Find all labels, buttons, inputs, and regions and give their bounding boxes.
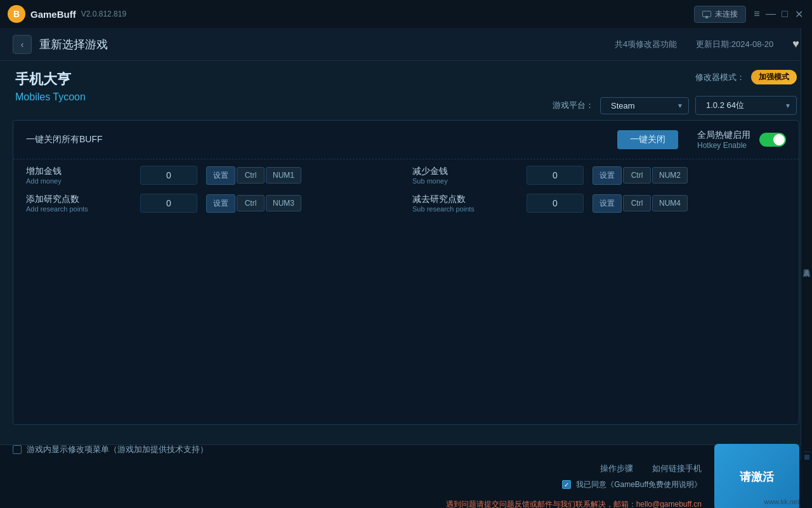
- version-value: 1.0.2 64位: [706, 100, 744, 111]
- support-text: 遇到问题请提交问题反馈或邮件与我们联系解决，邮箱：hello@gamebuff.…: [446, 499, 702, 509]
- app-version: V2.0.812.819: [81, 10, 126, 18]
- bottom-checkbox-row: 游戏内显示修改项菜单（游戏加加提供技术支持）: [13, 444, 702, 455]
- operation-steps-link[interactable]: 操作步骤: [600, 463, 633, 474]
- one-key-close-button[interactable]: 一键关闭: [617, 130, 678, 149]
- connect-label: 未连接: [715, 9, 738, 20]
- add-research-set-button[interactable]: 设置: [206, 194, 235, 213]
- update-date: 更新日期:2024-08-20: [696, 39, 773, 50]
- sub-research-info: 减去研究点数 Sub research points: [412, 194, 527, 213]
- add-money-modifier: 增加金钱 Add money 设置 Ctrl NUM1: [26, 166, 400, 185]
- sub-money-ctrl-key: Ctrl: [623, 167, 651, 184]
- add-money-en: Add money: [26, 177, 140, 185]
- game-title-english: Mobiles Tycoon: [15, 91, 86, 103]
- add-money-hotkey: 设置 Ctrl NUM1: [206, 166, 301, 185]
- sub-money-num-key: NUM2: [652, 167, 688, 184]
- hotkey-section: 全局热键启用 Hotkey Enable: [697, 130, 786, 150]
- window-controls: ≡ — □ ✕: [751, 8, 804, 20]
- menu-button[interactable]: ≡: [751, 8, 763, 20]
- nav-bar: ‹ 重新选择游戏 共4项修改器功能 更新日期:2024-08-20 ♥: [0, 28, 812, 61]
- watermark: www.kk.net: [764, 498, 799, 505]
- hotkey-toggle[interactable]: [759, 133, 786, 147]
- add-money-num-key: NUM1: [266, 167, 301, 184]
- bottom-bar: 游戏内显示修改项菜单（游戏加加提供技术支持） 操作步骤 如何链接手机 我已同意《…: [0, 444, 812, 508]
- maximize-button[interactable]: □: [779, 8, 790, 20]
- platform-value: Steam: [611, 101, 635, 110]
- modifier-row-1: 增加金钱 Add money 设置 Ctrl NUM1 减少金钱 Sub mon…: [26, 166, 786, 185]
- game-titles: 手机大亨 Mobiles Tycoon: [15, 70, 86, 103]
- right-panel-collapse[interactable]: [804, 455, 809, 460]
- add-money-ctrl-key: Ctrl: [237, 167, 265, 184]
- add-money-set-button[interactable]: 设置: [206, 166, 235, 185]
- version-dropdown-arrow: ▼: [785, 102, 791, 109]
- add-research-input[interactable]: [140, 194, 197, 213]
- add-money-input[interactable]: [140, 166, 197, 185]
- connect-phone-link[interactable]: 如何链接手机: [652, 463, 702, 474]
- sub-money-modifier: 减少金钱 Sub money 设置 Ctrl NUM2: [400, 166, 786, 185]
- add-research-cn: 添加研究点数: [26, 194, 140, 205]
- modifier-row-2: 添加研究点数 Add research points 设置 Ctrl NUM3 …: [26, 194, 786, 213]
- top-section: 一键关闭所有BUFF 一键关闭 全局热键启用 Hotkey Enable: [13, 121, 799, 159]
- sub-money-input[interactable]: [527, 166, 584, 185]
- title-bar-controls: 未连接 ≡ — □ ✕: [694, 6, 804, 23]
- sub-money-en: Sub money: [412, 177, 527, 185]
- modifier-mode-row: 修改器模式： 加强模式: [695, 70, 797, 84]
- favorite-icon[interactable]: ♥: [792, 37, 799, 51]
- add-research-modifier: 添加研究点数 Add research points 设置 Ctrl NUM3: [26, 194, 400, 213]
- connect-button[interactable]: 未连接: [694, 6, 746, 23]
- close-button[interactable]: ✕: [793, 8, 804, 20]
- monitor-icon: [702, 11, 711, 17]
- bottom-links: 操作步骤 如何链接手机: [600, 463, 702, 474]
- game-settings-panel: 修改器模式： 加强模式 游戏平台： Steam ▼ 1.0.2 64位 ▼: [553, 70, 797, 115]
- platform-label: 游戏平台：: [553, 100, 594, 111]
- modifier-mode-value: 加强模式: [751, 70, 797, 84]
- agree-text: 我已同意《GameBuff免费使用说明》: [576, 479, 702, 490]
- add-research-ctrl-key: Ctrl: [237, 195, 265, 211]
- game-title-chinese: 手机大亨: [15, 70, 86, 89]
- sub-research-set-button[interactable]: 设置: [593, 194, 622, 213]
- bottom-main-left: 游戏内显示修改项菜单（游戏加加提供技术支持） 操作步骤 如何链接手机 我已同意《…: [13, 444, 702, 509]
- sub-research-en: Sub research points: [412, 205, 527, 213]
- nav-right-info: 共4项修改器功能 更新日期:2024-08-20 ♥: [615, 37, 799, 51]
- agree-checkbox[interactable]: [562, 480, 571, 489]
- one-key-label: 一键关闭所有BUFF: [26, 134, 103, 145]
- hotkey-labels: 全局热键启用 Hotkey Enable: [697, 130, 750, 150]
- bottom-right: 操作步骤 如何链接手机 我已同意《GameBuff免费使用说明》 遇到问题请提交…: [13, 463, 702, 509]
- show-menu-label: 游戏内显示修改项菜单（游戏加加提供技术支持）: [27, 444, 208, 455]
- sub-research-ctrl-key: Ctrl: [623, 195, 651, 211]
- hotkey-enable-label-en: Hotkey Enable: [697, 141, 750, 150]
- add-research-num-key: NUM3: [266, 195, 301, 211]
- add-money-cn: 增加金钱: [26, 166, 140, 177]
- version-dropdown[interactable]: 1.0.2 64位 ▼: [695, 96, 797, 115]
- one-key-section: 一键关闭所有BUFF: [26, 134, 617, 145]
- bottom-content: 游戏内显示修改项菜单（游戏加加提供技术支持） 操作步骤 如何链接手机 我已同意《…: [13, 444, 799, 509]
- main-content: 一键关闭所有BUFF 一键关闭 全局热键启用 Hotkey Enable 增加金…: [13, 120, 799, 425]
- sub-research-num-key: NUM4: [652, 195, 688, 211]
- back-button[interactable]: ‹: [13, 35, 32, 54]
- add-research-hotkey: 设置 Ctrl NUM3: [206, 194, 301, 213]
- sub-money-hotkey: 设置 Ctrl NUM2: [593, 166, 688, 185]
- sub-research-modifier: 减去研究点数 Sub research points 设置 Ctrl NUM4: [400, 194, 786, 213]
- sub-research-hotkey: 设置 Ctrl NUM4: [593, 194, 688, 213]
- platform-row: 游戏平台： Steam ▼ 1.0.2 64位 ▼: [553, 96, 797, 115]
- modifier-count: 共4项修改器功能: [615, 39, 677, 50]
- add-money-info: 增加金钱 Add money: [26, 166, 140, 185]
- sub-money-set-button[interactable]: 设置: [593, 166, 622, 185]
- modifier-rows: 增加金钱 Add money 设置 Ctrl NUM1 减少金钱 Sub mon…: [13, 159, 799, 234]
- game-header: 手机大亨 Mobiles Tycoon 修改器模式： 加强模式 游戏平台： St…: [0, 61, 812, 120]
- title-bar: B GameBuff V2.0.812.819 未连接 ≡ — □ ✕: [0, 0, 812, 28]
- right-panel-divider: [804, 451, 810, 452]
- sub-research-cn: 减去研究点数: [412, 194, 527, 205]
- add-research-en: Add research points: [26, 205, 140, 213]
- right-panel: 游戏工具: [801, 28, 812, 460]
- platform-dropdown-arrow: ▼: [677, 102, 683, 109]
- sub-research-input[interactable]: [527, 194, 584, 213]
- agree-row: 我已同意《GameBuff免费使用说明》: [562, 479, 702, 490]
- show-menu-checkbox[interactable]: [13, 445, 22, 454]
- sub-money-info: 减少金钱 Sub money: [412, 166, 527, 185]
- app-name: GameBuff: [30, 9, 76, 20]
- minimize-button[interactable]: —: [765, 8, 776, 20]
- platform-dropdown[interactable]: Steam ▼: [600, 97, 689, 114]
- right-panel-tab-game[interactable]: 游戏工具: [801, 79, 812, 449]
- hotkey-enable-label: 全局热键启用: [697, 130, 750, 141]
- sub-money-cn: 减少金钱: [412, 166, 527, 177]
